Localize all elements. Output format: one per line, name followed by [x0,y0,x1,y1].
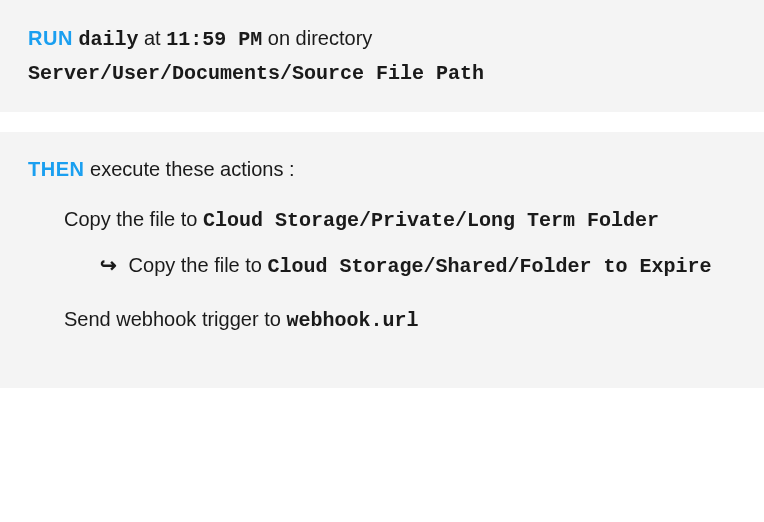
run-frequency: daily [78,28,138,51]
action-prefix: Copy the file to [64,208,197,230]
sub-action-item: ↪ Copy the file to Cloud Storage/Shared/… [64,250,736,282]
then-intro: execute these actions : [90,158,295,180]
then-block: THEN execute these actions : Copy the fi… [0,132,764,388]
actions-list: Copy the file to Cloud Storage/Private/L… [28,204,736,336]
run-time: 11:59 PM [166,28,262,51]
run-on-word: on directory [268,27,373,49]
then-header: THEN execute these actions : [28,154,736,184]
arrow-right-hook-icon: ↪ [100,250,117,280]
run-path: Server/User/Documents/Source File Path [28,62,484,85]
run-line: RUN daily at 11:59 PM on directory Serve… [28,22,736,90]
then-keyword: THEN [28,158,84,180]
sub-action-path: Cloud Storage/Shared/Folder to Expire [268,255,712,278]
action-path: Cloud Storage/Private/Long Term Folder [203,209,659,232]
run-keyword: RUN [28,27,73,49]
action-item: Copy the file to Cloud Storage/Private/L… [64,204,736,282]
sub-action-prefix: Copy the file to [129,254,262,276]
run-at-word: at [144,27,161,49]
action-prefix: Send webhook trigger to [64,308,281,330]
action-path: webhook.url [286,309,418,332]
run-block: RUN daily at 11:59 PM on directory Serve… [0,0,764,112]
action-item: Send webhook trigger to webhook.url [64,304,736,336]
